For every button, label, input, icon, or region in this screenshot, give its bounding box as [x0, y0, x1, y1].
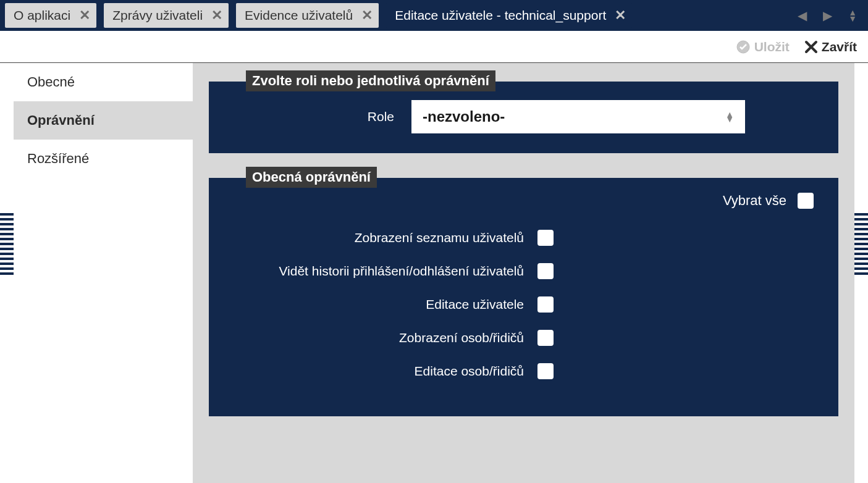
close-button[interactable]: Zavřít: [804, 40, 857, 54]
tabbar-controls: ◀ ▶ ▲▼: [798, 8, 863, 23]
toolbar: Uložit Zavřít: [0, 31, 868, 63]
sidebar-item-label: Obecné: [27, 74, 75, 90]
decorative-hatch-right: [854, 213, 868, 275]
tab-label: Editace uživatele - technical_support: [395, 8, 606, 23]
tab-label: Evidence uživatelů: [245, 8, 353, 23]
close-label: Zavřít: [822, 40, 857, 54]
perm-row: Zobrazení seznamu uživatelů: [227, 230, 820, 246]
sidebar-item-general[interactable]: Obecné: [14, 63, 193, 101]
tab-next-icon[interactable]: ▶: [823, 8, 832, 23]
role-select-value: -nezvoleno-: [423, 108, 505, 125]
tab-about[interactable]: O aplikaci ✕: [5, 3, 96, 28]
role-select[interactable]: -nezvoleno- ▲▼: [411, 100, 745, 133]
perm-row: Editace osob/řidičů: [227, 363, 820, 379]
close-icon[interactable]: ✕: [361, 7, 373, 23]
select-all-row: Vybrat vše: [227, 190, 820, 212]
perm-label: Editace uživatele: [227, 297, 524, 312]
role-row: Role -nezvoleno- ▲▼: [227, 100, 820, 133]
content-scroll[interactable]: Zvolte roli nebo jednotlivá oprávnění Ro…: [193, 63, 854, 483]
role-field-label: Role: [227, 109, 394, 124]
chevron-updown-icon: ▲▼: [725, 112, 734, 122]
close-icon[interactable]: ✕: [211, 7, 222, 23]
tabbar: O aplikaci ✕ Zprávy uživateli ✕ Evidence…: [0, 0, 868, 31]
perm-row: Vidět historii přihlášení/odhlášení uživ…: [227, 263, 820, 279]
tab-messages[interactable]: Zprávy uživateli ✕: [104, 3, 229, 28]
save-label: Uložit: [754, 40, 790, 54]
perm-label: Zobrazení osob/řidičů: [227, 330, 524, 345]
perm-label: Vidět historii přihlášení/odhlášení uživ…: [227, 264, 524, 279]
role-panel: Zvolte roli nebo jednotlivá oprávnění Ro…: [209, 82, 838, 153]
tab-users-list[interactable]: Evidence uživatelů ✕: [236, 3, 379, 28]
perm-checkbox-view-users[interactable]: [537, 230, 554, 246]
perm-row: Zobrazení osob/řidičů: [227, 330, 820, 346]
tab-label: Zprávy uživateli: [112, 8, 203, 23]
main-area: Obecné Oprávnění Rozšířené Zvolte roli n…: [14, 63, 854, 483]
tab-label: O aplikaci: [14, 8, 70, 23]
perm-label: Editace osob/řidičů: [227, 364, 524, 379]
perm-row: Editace uživatele: [227, 296, 820, 313]
perm-checkbox-view-persons[interactable]: [537, 330, 554, 346]
close-icon[interactable]: ✕: [79, 7, 90, 23]
close-icon: [804, 40, 818, 54]
tab-edit-user[interactable]: Editace uživatele - technical_support ✕: [386, 3, 632, 28]
sidebar-item-label: Oprávnění: [27, 112, 95, 128]
perm-checkbox-edit-persons[interactable]: [537, 363, 554, 379]
check-circle-icon: [736, 40, 751, 54]
perm-checkbox-edit-user[interactable]: [537, 296, 554, 313]
perm-checkbox-login-history[interactable]: [537, 263, 554, 279]
sidebar-item-label: Rozšířené: [27, 151, 89, 166]
save-button: Uložit: [736, 40, 790, 54]
sidebar: Obecné Oprávnění Rozšířené: [14, 63, 193, 483]
close-icon[interactable]: ✕: [615, 7, 626, 23]
perm-label: Zobrazení seznamu uživatelů: [227, 230, 524, 245]
tab-scroll-icon[interactable]: ▲▼: [848, 9, 857, 22]
tab-prev-icon[interactable]: ◀: [798, 8, 807, 23]
select-all-checkbox[interactable]: [798, 193, 814, 209]
decorative-hatch-left: [0, 213, 14, 275]
sidebar-item-advanced[interactable]: Rozšířené: [14, 140, 193, 178]
permissions-panel-title: Obecná oprávnění: [246, 167, 377, 188]
sidebar-item-permissions[interactable]: Oprávnění: [14, 101, 193, 140]
permissions-panel: Obecná oprávnění Vybrat vše Zobrazení se…: [209, 178, 838, 416]
select-all-label: Vybrat vše: [723, 193, 786, 209]
role-panel-title: Zvolte roli nebo jednotlivá oprávnění: [246, 70, 495, 91]
